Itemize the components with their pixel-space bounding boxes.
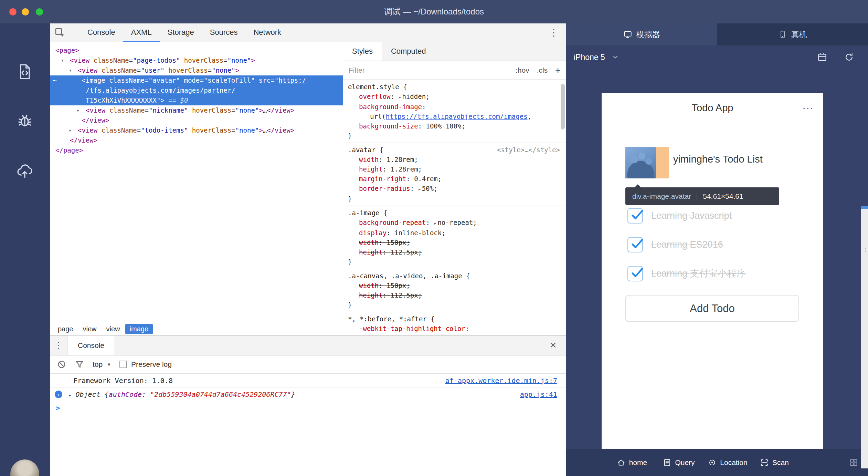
user-avatar[interactable]	[10, 459, 39, 476]
expand-arrow-icon[interactable]: ▸	[68, 392, 71, 398]
tree-node[interactable]: ⋯<image className="avatar" mode="scaleTo…	[50, 75, 343, 85]
close-console-icon[interactable]: ×	[546, 335, 560, 355]
css-declaration[interactable]: height: 112.5px;	[343, 247, 566, 257]
tree-node[interactable]: </view>	[50, 115, 343, 125]
grid-apps-icon[interactable]	[849, 458, 858, 467]
todo-item[interactable]: Learning Javascript	[627, 208, 732, 224]
css-declaration[interactable]: margin-right: 0.4rem;	[343, 174, 566, 184]
todo-item[interactable]: Learning 支付宝小程序	[627, 266, 746, 281]
todo-item[interactable]: Learning ES2016	[627, 237, 723, 252]
tree-node[interactable]: ▸<view className="nickname" hoverClass="…	[50, 105, 343, 115]
more-menu-icon[interactable]: …	[802, 99, 814, 112]
css-url-link[interactable]: https://tfs.alipayobjects.com/images	[386, 113, 528, 120]
pseudo-state-toggle[interactable]: :hov	[516, 66, 529, 74]
tree-node[interactable]: </view>	[50, 135, 343, 145]
console-prompt[interactable]: >	[50, 401, 566, 415]
css-declaration[interactable]: border-radius: ▸50%;	[343, 184, 566, 194]
tree-node[interactable]: ▾<view className="page-todos" hoverClass…	[50, 55, 343, 65]
css-property-name: display	[359, 229, 387, 237]
calendar-icon[interactable]	[817, 52, 827, 62]
cloud-upload-icon[interactable]	[16, 162, 34, 180]
styles-scrollbar[interactable]	[561, 84, 565, 130]
breadcrumb-item-view[interactable]: view	[102, 324, 125, 334]
css-declaration[interactable]: background-image:	[343, 102, 566, 112]
styles-filter-input[interactable]: Filter	[349, 66, 365, 74]
device-selector[interactable]: iPhone 5	[574, 45, 619, 69]
expand-arrow-icon[interactable]: ▸	[69, 125, 72, 135]
class-toggle[interactable]: .cls	[537, 66, 548, 74]
tab-console[interactable]: Console	[80, 23, 123, 42]
todo-checkbox[interactable]	[627, 237, 643, 252]
inspect-element-button[interactable]	[50, 23, 70, 42]
more-options-icon[interactable]: ⋮	[547, 23, 561, 42]
tree-node[interactable]: ▸<view className="todo-items" hoverClass…	[50, 125, 343, 135]
css-declaration[interactable]: width: 150px;	[343, 281, 566, 290]
tab-storage[interactable]: Storage	[160, 23, 202, 42]
style-source-link[interactable]: <style>…</style>	[497, 145, 560, 155]
source-link[interactable]: app.js:41	[520, 387, 557, 401]
debug-bug-icon[interactable]	[16, 112, 34, 130]
styles-tab-computed[interactable]: Computed	[382, 42, 435, 61]
tree-node[interactable]: T15cXhXiVhXXXXXXXX"> == $0	[50, 95, 343, 105]
expand-arrow-icon[interactable]: ▸	[77, 105, 80, 115]
console-more-options-icon[interactable]: ⋮	[50, 340, 67, 351]
tabbar-item-home[interactable]: home	[617, 449, 647, 476]
refresh-icon[interactable]	[844, 52, 854, 62]
code-segment: "none"	[235, 106, 259, 114]
css-declaration[interactable]: height: 112.5px;	[343, 290, 566, 300]
css-declaration[interactable]: height: 1.28rem;	[343, 164, 566, 174]
sim-tab-simulator[interactable]: 模拟器	[566, 23, 717, 45]
css-declaration[interactable]: background-size: 100% 100%;	[343, 121, 566, 131]
right-edge-scrollbar[interactable]: ⋮	[861, 206, 868, 468]
preserve-log-checkbox[interactable]	[119, 361, 127, 368]
expand-arrow-icon[interactable]: ▸	[398, 94, 401, 100]
expand-arrow-icon[interactable]: ▸	[418, 186, 421, 192]
css-declaration[interactable]: -webkit-tap-highlight-color:	[343, 324, 566, 333]
node-menu-icon[interactable]: ⋯	[53, 75, 57, 85]
code-file-icon[interactable]	[16, 63, 34, 81]
tab-axml[interactable]: AXML	[123, 23, 160, 42]
code-segment: "none"	[235, 126, 259, 134]
selector-text: *, *:before, *:after	[348, 315, 427, 323]
code-segment: …	[263, 106, 267, 114]
clear-console-icon[interactable]	[57, 360, 66, 369]
console-drawer-header: ⋮ Console ×	[50, 335, 566, 355]
tree-node[interactable]: /tfs.alipayobjects.com/images/partner/	[50, 85, 343, 95]
add-todo-button[interactable]: Add Todo	[625, 295, 799, 322]
tabbar-item-scan[interactable]: Scan	[760, 449, 789, 476]
code-segment: {	[375, 146, 383, 154]
todo-avatar-image[interactable]	[625, 147, 656, 178]
todo-checkbox[interactable]	[627, 266, 643, 281]
expand-arrow-icon[interactable]: ▸	[434, 220, 437, 226]
preserve-log-control[interactable]: Preserve log	[119, 360, 172, 369]
code-segment: <view	[78, 66, 97, 74]
filter-icon[interactable]	[75, 360, 84, 369]
css-property-name: overflow	[359, 93, 391, 100]
query-icon	[663, 458, 671, 467]
tree-node[interactable]: </page>	[50, 145, 343, 155]
tabbar-item-location[interactable]: Location	[708, 449, 747, 476]
todo-checkbox[interactable]	[627, 208, 643, 224]
css-declaration[interactable]: width: 1.28rem;	[343, 155, 566, 164]
css-declaration[interactable]: overflow: ▸hidden;	[343, 92, 566, 102]
tab-network[interactable]: Network	[245, 23, 289, 42]
tree-node[interactable]: ▾<view className="user" hoverClass="none…	[50, 65, 343, 75]
breadcrumb-item-page[interactable]: page	[53, 324, 78, 334]
expand-arrow-icon[interactable]: ▾	[69, 65, 72, 75]
console-drawer-tab[interactable]: Console	[67, 335, 115, 355]
breadcrumb-item-view[interactable]: view	[78, 324, 101, 334]
tree-node[interactable]: <page>	[50, 45, 343, 55]
css-declaration[interactable]: background-repeat: ▸no-repeat;	[343, 218, 566, 228]
tab-sources[interactable]: Sources	[202, 23, 246, 42]
sim-tab-real-device[interactable]: 真机	[717, 23, 868, 45]
source-link[interactable]: af-appx.worker.ide.min.js:7	[445, 374, 557, 387]
execution-context-selector[interactable]: top ▼	[93, 360, 111, 369]
expand-arrow-icon[interactable]: ▾	[61, 55, 64, 65]
breadcrumb-item-image[interactable]: image	[125, 324, 153, 334]
device-label: iPhone 5	[574, 53, 605, 62]
css-declaration[interactable]: display: inline-block;	[343, 228, 566, 238]
new-style-rule-button[interactable]: +	[555, 65, 561, 76]
styles-tab-styles[interactable]: Styles	[343, 42, 382, 61]
tabbar-item-query[interactable]: Query	[663, 449, 695, 476]
css-declaration[interactable]: width: 150px;	[343, 238, 566, 247]
